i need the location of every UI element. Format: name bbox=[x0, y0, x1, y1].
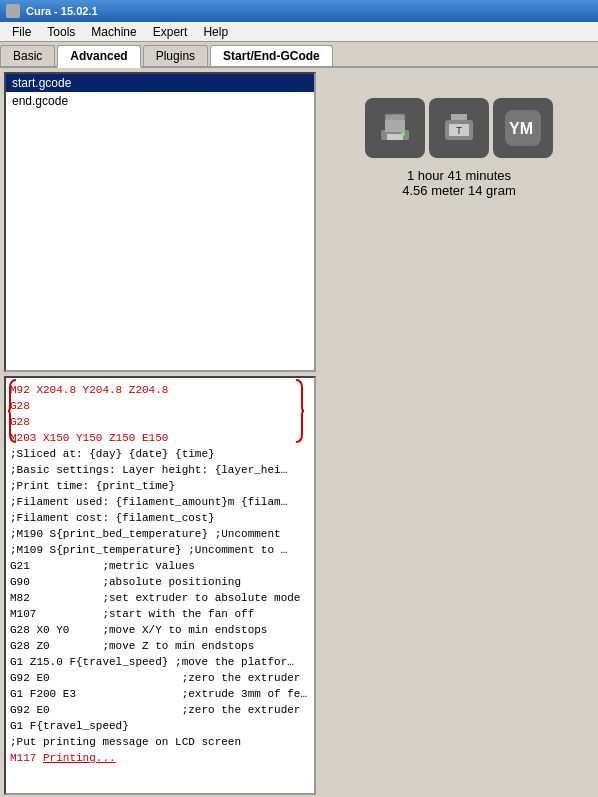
code-line: ;Filament cost: {filament_cost} bbox=[10, 510, 310, 526]
menu-bar: File Tools Machine Expert Help bbox=[0, 22, 598, 42]
code-line: G28 Z0 ;move Z to min endstops bbox=[10, 638, 310, 654]
app-icon bbox=[6, 4, 20, 18]
tab-basic[interactable]: Basic bbox=[0, 45, 55, 66]
filament-info: 4.56 meter 14 gram bbox=[402, 183, 515, 198]
menu-machine[interactable]: Machine bbox=[83, 23, 144, 41]
print-info: 1 hour 41 minutes 4.56 meter 14 gram bbox=[402, 168, 515, 198]
code-line: ;Print time: {print_time} bbox=[10, 478, 310, 494]
code-line: G28 X0 Y0 ;move X/Y to min endstops bbox=[10, 622, 310, 638]
tab-start-end-gcode[interactable]: Start/End-GCode bbox=[210, 45, 333, 66]
printer-icons: T YM bbox=[365, 98, 553, 158]
code-line: ;Filament used: {filament_amount}m {fila… bbox=[10, 494, 310, 510]
menu-help[interactable]: Help bbox=[195, 23, 236, 41]
file-item-end[interactable]: end.gcode bbox=[6, 92, 314, 110]
svg-rect-2 bbox=[387, 134, 403, 140]
code-line: M92 X204.8 Y204.8 Z204.8 bbox=[10, 382, 310, 398]
code-line: ;M190 S{print_bed_temperature} ;Uncommen… bbox=[10, 526, 310, 542]
svg-text:T: T bbox=[456, 126, 462, 137]
code-line: G1 Z15.0 F{travel_speed} ;move the platf… bbox=[10, 654, 310, 670]
svg-point-3 bbox=[401, 132, 405, 136]
code-line: M203 X150 Y150 Z150 E150 bbox=[10, 430, 310, 446]
main-layout: start.gcode end.gcode M92 X204.8 Y204.8 … bbox=[0, 68, 598, 797]
tab-plugins[interactable]: Plugins bbox=[143, 45, 208, 66]
code-line: ;Basic settings: Layer height: {layer_he… bbox=[10, 462, 310, 478]
menu-tools[interactable]: Tools bbox=[39, 23, 83, 41]
code-line: G92 E0 ;zero the extruder bbox=[10, 670, 310, 686]
code-line: G1 F200 E3 ;extrude 3mm of fe… bbox=[10, 686, 310, 702]
code-line: ;M109 S{print_temperature} ;Uncomment to… bbox=[10, 542, 310, 558]
left-panel: start.gcode end.gcode M92 X204.8 Y204.8 … bbox=[0, 68, 320, 797]
code-line: G28 bbox=[10, 414, 310, 430]
print-time: 1 hour 41 minutes bbox=[402, 168, 515, 183]
title-bar: Cura - 15.02.1 bbox=[0, 0, 598, 22]
svg-rect-1 bbox=[385, 120, 405, 132]
code-line: M107 ;start with the fan off bbox=[10, 606, 310, 622]
code-line: G1 F{travel_speed} bbox=[10, 718, 310, 734]
code-line: M82 ;set extruder to absolute mode bbox=[10, 590, 310, 606]
code-line: G21 ;metric values bbox=[10, 558, 310, 574]
tabs-row: Basic Advanced Plugins Start/End-GCode bbox=[0, 42, 598, 68]
code-editor[interactable]: M92 X204.8 Y204.8 Z204.8G28G28M203 X150 … bbox=[4, 376, 316, 795]
code-line: M117 Printing... bbox=[10, 750, 310, 766]
code-line: ;Sliced at: {day} {date} {time} bbox=[10, 446, 310, 462]
menu-file[interactable]: File bbox=[4, 23, 39, 41]
printer-icon-1 bbox=[365, 98, 425, 158]
code-line: G90 ;absolute positioning bbox=[10, 574, 310, 590]
code-line: G28 bbox=[10, 398, 310, 414]
printer-icon-2: T bbox=[429, 98, 489, 158]
code-line: ;Put printing message on LCD screen bbox=[10, 734, 310, 750]
tab-advanced[interactable]: Advanced bbox=[57, 45, 140, 68]
app-title: Cura - 15.02.1 bbox=[26, 5, 98, 17]
menu-expert[interactable]: Expert bbox=[145, 23, 196, 41]
code-line: G92 E0 ;zero the extruder bbox=[10, 702, 310, 718]
svg-text:YM: YM bbox=[509, 120, 533, 137]
file-item-start[interactable]: start.gcode bbox=[6, 74, 314, 92]
right-panel: T YM 1 hour 41 minutes 4.56 meter 14 gra… bbox=[320, 68, 598, 797]
printer-icon-3: YM bbox=[493, 98, 553, 158]
file-list[interactable]: start.gcode end.gcode bbox=[4, 72, 316, 372]
